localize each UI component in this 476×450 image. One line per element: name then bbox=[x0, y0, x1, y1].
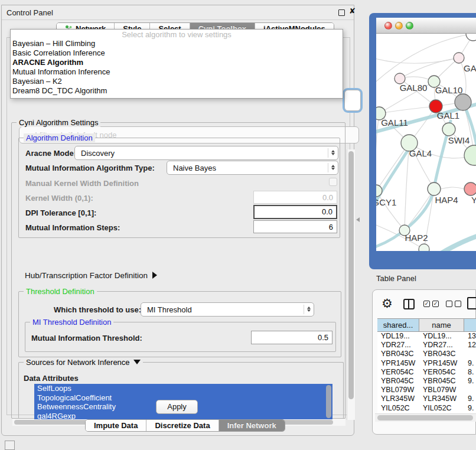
mi-steps-label: Mutual Information Steps: bbox=[25, 223, 120, 232]
network-node-label: Y bbox=[471, 195, 476, 205]
split-pane-handle-icon[interactable] bbox=[356, 217, 360, 222]
settings-vertical-scrollbar[interactable] bbox=[347, 149, 355, 420]
network-edge[interactable] bbox=[405, 189, 434, 230]
network-edge[interactable] bbox=[379, 106, 436, 113]
unchecked-checkbox-icon[interactable] bbox=[446, 301, 452, 307]
table-row[interactable]: YER054CYER054C8. bbox=[377, 368, 476, 377]
table-cell: YDR27... bbox=[377, 341, 419, 350]
table-cell: YIL052C bbox=[419, 404, 464, 413]
network-edge[interactable] bbox=[376, 113, 379, 191]
manual-kernel-checkbox[interactable] bbox=[329, 178, 337, 186]
table-cell: YER054C bbox=[377, 368, 419, 377]
mi-algorithm-type-combobox[interactable]: Naive Bayes bbox=[167, 161, 338, 175]
zoom-traffic-light[interactable] bbox=[406, 22, 413, 30]
collapsed-panel-icon[interactable] bbox=[5, 441, 15, 450]
gear-icon[interactable]: ⚙ bbox=[382, 298, 393, 309]
network-edge[interactable] bbox=[441, 187, 464, 189]
table-row[interactable]: YPR145WYPR145W9. bbox=[377, 359, 476, 368]
table-row[interactable]: YBL079WYBL079W bbox=[377, 386, 476, 394]
network-node-label: HAP4 bbox=[435, 195, 458, 205]
unchecked-checkbox-icon[interactable] bbox=[455, 301, 461, 307]
dropdown-item[interactable]: Dream8 DC_TDC Algorithm bbox=[11, 86, 343, 96]
tab-discretize-data[interactable]: Discretize Data bbox=[146, 420, 219, 431]
network-node[interactable] bbox=[419, 244, 429, 251]
expanded-arrow-icon bbox=[133, 360, 141, 364]
checked-checkbox-icon[interactable]: ✓ bbox=[432, 301, 439, 307]
table-cell: YBR043C bbox=[377, 350, 419, 358]
page-icon[interactable] bbox=[467, 297, 476, 309]
close-icon[interactable]: ✘ bbox=[349, 6, 356, 15]
network-node[interactable] bbox=[454, 53, 464, 63]
combo-arrows-icon bbox=[328, 163, 338, 172]
threshold-definition-group: Threshold Definition Which threshold to … bbox=[18, 291, 341, 357]
table-cell bbox=[464, 350, 476, 358]
apply-button[interactable]: Apply bbox=[156, 400, 198, 414]
mi-threshold-field[interactable]: 0.5 bbox=[251, 331, 332, 344]
dropdown-item[interactable]: Mutual Information Inference bbox=[11, 67, 343, 77]
hub-definition-toggle[interactable]: Hub/Transcription Factor Definition bbox=[25, 271, 157, 280]
table-row[interactable]: YIL052CYIL052C9. bbox=[377, 404, 476, 413]
list-scrollbar-thumb[interactable] bbox=[326, 385, 331, 418]
tab-impute-data[interactable]: Impute Data bbox=[86, 420, 146, 431]
tab-infer-network[interactable]: Infer Network bbox=[219, 420, 285, 431]
network-edge[interactable] bbox=[400, 58, 459, 79]
table-panel-window: ⚙ ✓ ✓ shared...name YDL19...YDL19...13YD… bbox=[372, 289, 476, 435]
table-cell: 13 bbox=[464, 332, 476, 341]
network-node[interactable] bbox=[466, 34, 476, 41]
network-node[interactable] bbox=[442, 123, 455, 136]
network-edge-highlighted[interactable] bbox=[440, 235, 476, 251]
scrollbar-thumb[interactable] bbox=[348, 151, 354, 399]
dropdown-item[interactable]: Basic Correlation Inference bbox=[11, 48, 343, 58]
network-node-label: GAL4 bbox=[409, 148, 432, 158]
collapsed-arrow-icon bbox=[152, 272, 157, 279]
mi-steps-field[interactable]: 6 bbox=[253, 220, 337, 233]
float-window-icon[interactable] bbox=[338, 9, 345, 16]
dropdown-item[interactable]: ARACNE Algorithm bbox=[11, 58, 343, 67]
table-cell: YBR045C bbox=[419, 377, 464, 386]
scrollbar-thumb[interactable] bbox=[377, 415, 473, 420]
table-row[interactable]: YLR345WYLR345W9. bbox=[377, 394, 476, 403]
column-header[interactable] bbox=[464, 319, 476, 331]
group-title: MI Threshold Definition bbox=[30, 318, 113, 327]
dropdown-item[interactable]: Bayesian – Hill Climbing bbox=[11, 39, 343, 48]
which-threshold-combobox[interactable]: MI Threshold bbox=[141, 302, 314, 317]
column-header[interactable]: name bbox=[419, 319, 464, 331]
network-node[interactable] bbox=[428, 182, 441, 195]
close-traffic-light[interactable] bbox=[384, 22, 392, 30]
table-panel-title: Table Panel bbox=[376, 274, 416, 283]
table-cell: 12 bbox=[464, 341, 476, 350]
split-columns-icon[interactable] bbox=[403, 299, 415, 309]
table-row[interactable]: YDL19...YDL19...13 bbox=[377, 332, 476, 341]
sources-toggle[interactable]: Sources for Network Inference bbox=[24, 358, 143, 367]
table-cell: 9. bbox=[464, 394, 476, 403]
table-cell: YLR345W bbox=[419, 394, 464, 403]
network-node[interactable] bbox=[464, 145, 476, 165]
network-node[interactable] bbox=[455, 94, 471, 110]
attribute-list-item[interactable]: SelfLoops bbox=[34, 384, 332, 393]
table-row[interactable]: YDR27...YDR27...12 bbox=[377, 341, 476, 350]
network-edge[interactable] bbox=[376, 143, 409, 191]
group-title: Algorithm Definition bbox=[24, 133, 95, 142]
table-cell: YBR045C bbox=[377, 377, 419, 386]
table-horizontal-scrollbar[interactable] bbox=[375, 413, 476, 422]
checked-checkbox-icon[interactable]: ✓ bbox=[423, 301, 430, 307]
network-edge[interactable] bbox=[376, 57, 459, 63]
network-node[interactable] bbox=[464, 182, 476, 195]
table-cell: YDR27... bbox=[419, 341, 464, 350]
kernel-width-field[interactable]: 0.0 bbox=[253, 191, 337, 204]
dropdown-item[interactable]: Bayesian – K2 bbox=[11, 77, 343, 86]
table-cell: YDL19... bbox=[377, 332, 419, 341]
table-row[interactable]: YBR045CYBR045C9. bbox=[377, 377, 476, 386]
table-row[interactable]: YBR043CYBR043C bbox=[377, 350, 476, 358]
mi-type-label: Mutual Information Algorithm Type: bbox=[25, 164, 155, 172]
minimize-traffic-light[interactable] bbox=[395, 22, 403, 30]
column-header[interactable]: shared... bbox=[377, 319, 419, 331]
inference-algorithm-combobox[interactable] bbox=[344, 90, 361, 111]
network-canvas[interactable]: GALGAL80GAL10GAL1SWI4GAL11GAL4HAP4YGCY1H… bbox=[376, 34, 476, 251]
control-panel-titlebar: Control Panel ✘ bbox=[2, 5, 354, 20]
table-cell: YBR043C bbox=[419, 350, 464, 358]
dpi-tolerance-field[interactable]: 0.0 bbox=[253, 205, 337, 219]
aracne-mode-combobox[interactable]: Discovery bbox=[74, 146, 338, 160]
table-cell bbox=[464, 386, 476, 394]
table-cell: 9. bbox=[464, 359, 476, 368]
